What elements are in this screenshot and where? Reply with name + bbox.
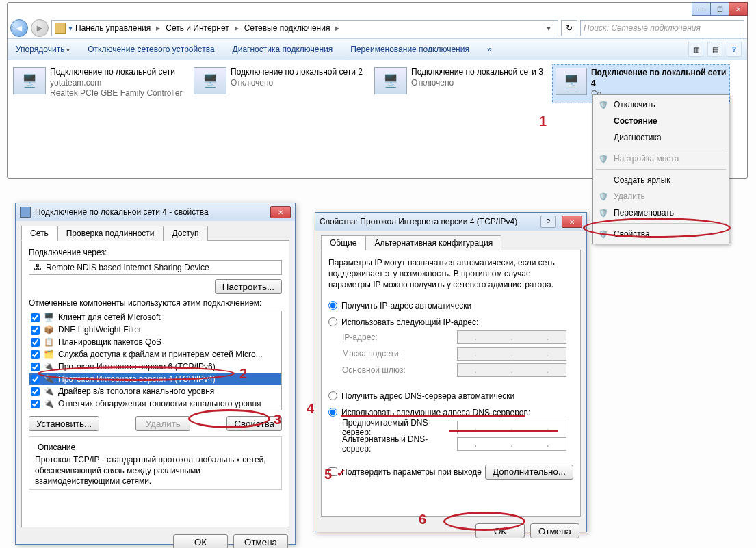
connection-status: yotateam.com [50, 78, 182, 89]
connection-name: Подключение по локальной сети 4 [591, 68, 727, 89]
components-list[interactable]: 🖥️Клиент для сетей Microsoft 📦DNE LightW… [29, 311, 282, 410]
connection-status: Отключено [231, 78, 363, 89]
ctx-disable[interactable]: 🛡️ Отключить [595, 96, 727, 113]
shield-icon: 🛡️ [599, 100, 608, 109]
toolbar-organize[interactable]: Упорядочить [13, 43, 73, 55]
help-button[interactable]: ? [540, 216, 556, 228]
minimize-button[interactable]: — [692, 2, 711, 16]
dialog-icon [20, 207, 31, 218]
cancel-button[interactable]: Отмена [233, 534, 288, 548]
radio-dns-auto[interactable]: Получить адрес DNS-сервера автоматически [328, 389, 573, 403]
ctx-status[interactable]: Состояние [595, 113, 727, 129]
components-label: Отмеченные компоненты используются этим … [29, 298, 282, 308]
connection-name: Подключение по локальной сети 2 [231, 67, 363, 78]
close-button[interactable]: ✕ [729, 2, 748, 16]
breadcrumb-panel[interactable]: Панель управления [75, 23, 151, 33]
toolbar: Упорядочить Отключение сетевого устройст… [8, 38, 747, 60]
refresh-button[interactable]: ↻ [561, 20, 577, 36]
breadcrumb-dropdown[interactable]: ▾ [543, 23, 555, 33]
tab-access[interactable]: Доступ [164, 226, 208, 241]
network-adapter-icon: 🖥️ [556, 68, 587, 95]
connect-via-label: Подключение через: [29, 248, 282, 257]
advanced-button[interactable]: Дополнительно... [485, 465, 573, 480]
annotation-circle-props-btn [188, 409, 270, 428]
remove-button: Удалить [135, 416, 190, 431]
annotation-5: 5 [324, 467, 332, 482]
component-item[interactable]: 🖥️Клиент для сетей Microsoft [29, 311, 281, 324]
connection-device: Realtek PCIe GBE Family Controller [50, 88, 182, 99]
search-placeholder: Поиск: Сетевые подключения [584, 23, 701, 33]
adapter-icon: 🖧 [34, 263, 42, 272]
component-item[interactable]: 🗂️Служба доступа к файлам и принтерам се… [29, 348, 281, 361]
shield-icon: 🛡️ [599, 154, 608, 164]
network-adapter-icon: 🖥️ [13, 67, 46, 94]
annotation-circle-ok [443, 512, 525, 531]
connection-item[interactable]: 🖥️ Подключение по локальной сети 2 Отклю… [191, 64, 369, 103]
component-item[interactable]: 📦DNE LightWeight Filter [29, 324, 281, 336]
close-button[interactable]: ✕ [562, 216, 582, 228]
toolbar-disable-device[interactable]: Отключение сетевого устройства [85, 43, 217, 55]
network-adapter-icon: 🖥️ [374, 67, 407, 94]
search-input[interactable]: Поиск: Сетевые подключения [580, 20, 744, 36]
annotation-circle-ipv4 [38, 366, 235, 381]
ipv4-properties-dialog: Свойства: Протокол Интернета версии 4 (T… [315, 212, 587, 532]
dns2-label: Альтернативный DNS-сервер: [342, 434, 452, 454]
configure-button[interactable]: Настроить... [215, 279, 282, 294]
maximize-button[interactable]: ☐ [710, 2, 729, 16]
gateway-input: ... [457, 363, 566, 377]
annotation-2: 2 [239, 366, 247, 382]
alternate-dns-input[interactable]: ... [457, 437, 566, 451]
install-button[interactable]: Установить... [29, 416, 99, 431]
ok-button[interactable]: ОК [173, 534, 228, 548]
annotation-6: 6 [419, 512, 426, 527]
validate-checkbox[interactable]: Подтвердить параметры при выходе [328, 465, 482, 479]
help-button[interactable]: ? [727, 42, 742, 57]
connection-status: Отключено [411, 78, 543, 89]
tab-general[interactable]: Общие [321, 235, 365, 250]
toolbar-more[interactable]: » [484, 43, 495, 55]
ctx-diagnose[interactable]: Диагностика [595, 129, 727, 146]
toolbar-diagnose[interactable]: Диагностика подключения [230, 43, 336, 55]
annotation-circle-properties [583, 218, 731, 238]
gateway-label: Основной шлюз: [342, 365, 452, 375]
breadcrumb-net[interactable]: Сеть и Интернет [166, 23, 229, 33]
ctx-bridge: 🛡️ Настройка моста [595, 151, 727, 167]
annotation-underline-dns-input [449, 430, 558, 432]
back-button[interactable]: ◄ [10, 19, 28, 37]
adapter-name: Remote NDIS based Internet Sharing Devic… [46, 263, 209, 272]
annotation-check-icon: ✔ [337, 467, 346, 480]
radio-ip-manual[interactable]: Использовать следующий IP-адрес: [328, 315, 573, 329]
description-title: Описание [35, 443, 78, 452]
intro-text: Параметры IP могут назначаться автоматич… [328, 257, 573, 291]
preview-pane-button[interactable]: ▤ [707, 42, 722, 57]
annotation-3: 3 [274, 412, 281, 428]
adapter-field: 🖧 Remote NDIS based Internet Sharing Dev… [29, 260, 282, 275]
ip-label: IP-адрес: [342, 332, 452, 342]
breadcrumb-connections[interactable]: Сетевые подключения [244, 23, 330, 33]
tab-network[interactable]: Сеть [21, 226, 57, 241]
tab-authentication[interactable]: Проверка подлинности [57, 226, 164, 241]
preferred-dns-input[interactable]: ... [457, 421, 566, 434]
description-text: Протокол TCP/IP - стандартный протокол г… [35, 455, 276, 487]
cancel-button[interactable]: Отмена [530, 523, 579, 538]
dialog-title: Свойства: Протокол Интернета версии 4 (T… [320, 217, 517, 226]
component-item[interactable]: 🔌Ответчик обнаружения топологии канально… [29, 397, 281, 410]
connection-item[interactable]: 🖥️ Подключение по локальной сети yotatea… [10, 64, 188, 103]
radio-dns-manual[interactable]: Использовать следующие адреса DNS-сервер… [328, 406, 573, 419]
view-mode-button[interactable]: ▥ [688, 42, 703, 57]
forward-button[interactable]: ► [31, 19, 49, 37]
ctx-shortcut[interactable]: Создать ярлык [595, 172, 727, 188]
close-button[interactable]: ✕ [270, 206, 291, 218]
subnet-mask-input: ... [457, 347, 566, 361]
component-item[interactable]: 🔌Драйвер в/в тополога канального уровня [29, 385, 281, 397]
breadcrumb[interactable]: ▾ Панель управления ▸ Сеть и Интернет ▸ … [51, 20, 558, 36]
annotation-4: 4 [307, 401, 314, 417]
dialog-title: Подключение по локальной сети 4 - свойст… [35, 207, 209, 217]
annotation-1: 1 [539, 114, 547, 129]
connection-item[interactable]: 🖥️ Подключение по локальной сети 3 Отклю… [372, 64, 549, 103]
component-item[interactable]: 📋Планировщик пакетов QoS [29, 336, 281, 348]
tab-alternative[interactable]: Альтернативная конфигурация [365, 235, 501, 250]
radio-ip-auto[interactable]: Получить IP-адрес автоматически [328, 299, 573, 313]
mask-label: Маска подсети: [342, 349, 452, 358]
toolbar-rename[interactable]: Переименование подключения [348, 43, 472, 55]
